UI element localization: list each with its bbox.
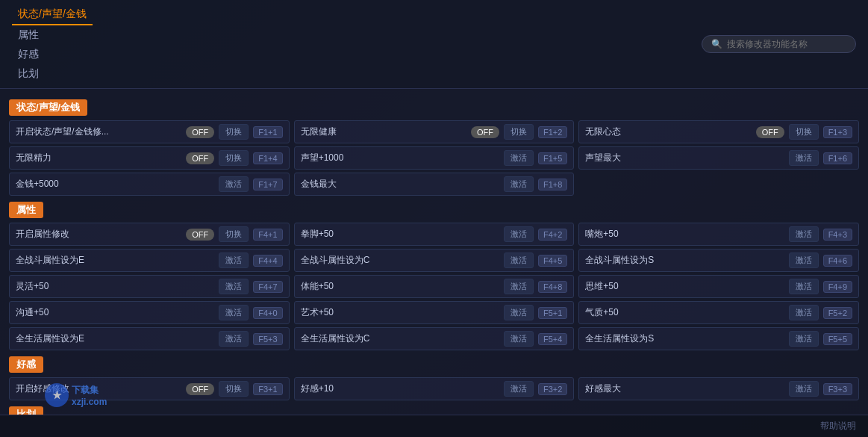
search-input[interactable] [727, 39, 846, 49]
cell: 开启好感修改OFF切换F3+1 [9, 377, 290, 400]
hotkey-badge: F1+1 [253, 126, 282, 138]
cell: 声望+1000激活F1+5 [294, 146, 575, 170]
cell-label: 思维+50 [585, 280, 784, 293]
action-button[interactable]: 激活 [789, 252, 819, 268]
action-button[interactable]: 切换 [504, 124, 534, 140]
hotkey-badge: F4+3 [823, 229, 852, 241]
action-button[interactable]: 切换 [219, 124, 249, 140]
cell: 沟通+50激活F4+0 [9, 301, 290, 324]
action-button[interactable]: 激活 [789, 279, 819, 294]
grid-row: 全生活属性设为E激活F5+3全生活属性设为C激活F5+4全生活属性设为S激活F5… [9, 327, 859, 350]
action-button[interactable]: 激活 [789, 226, 819, 242]
grid-row: 开启状态/声望/金钱修...OFF切换F1+1无限健康OFF切换F1+2无限心态… [9, 120, 859, 143]
cell-label: 全生活属性设为E [16, 332, 214, 345]
action-button[interactable]: 激活 [789, 150, 819, 166]
grid-row: 灵活+50激活F4+7体能+50激活F4+8思维+50激活F4+9 [9, 275, 859, 298]
grid-row: 全战斗属性设为E激活F4+4全战斗属性设为C激活F4+5全战斗属性设为S激活F4… [9, 249, 859, 272]
action-button[interactable]: 激活 [504, 279, 534, 294]
top-navigation: 状态/声望/金钱属性好感比划 🔍 [0, 0, 868, 89]
hotkey-badge: F4+5 [538, 255, 567, 267]
search-icon: 🔍 [711, 39, 722, 49]
cell-label: 气质+50 [585, 306, 784, 319]
cell: 全生活属性设为E激活F5+3 [9, 327, 290, 350]
action-button[interactable]: 激活 [219, 279, 249, 294]
hotkey-badge: F4+7 [253, 281, 282, 293]
action-button[interactable]: 激活 [504, 381, 534, 397]
cell-label: 沟通+50 [16, 306, 214, 319]
cell: 金钱最大激活F1+8 [294, 173, 575, 196]
action-button[interactable]: 激活 [789, 331, 819, 347]
nav-tabs: 状态/声望/金钱属性好感比划 [12, 4, 93, 84]
hotkey-badge: F1+5 [538, 152, 567, 164]
search-box[interactable]: 🔍 [702, 35, 856, 53]
action-button[interactable]: 激活 [504, 150, 534, 166]
cell: 拳脚+50激活F4+2 [294, 223, 575, 246]
toggle-button[interactable]: OFF [186, 229, 214, 241]
footer: 帮助说明 [0, 415, 868, 437]
action-button[interactable]: 激活 [504, 305, 534, 320]
cell-label: 无限精力 [16, 152, 181, 164]
section-header-favor: 好感 [9, 356, 43, 373]
cell-label: 无限心态 [585, 125, 751, 138]
hotkey-badge: F5+1 [538, 307, 567, 319]
action-button[interactable]: 激活 [219, 176, 249, 192]
action-button[interactable]: 激活 [789, 305, 819, 320]
action-button[interactable]: 激活 [789, 381, 819, 397]
cell-label: 体能+50 [301, 280, 499, 293]
action-button[interactable]: 激活 [504, 226, 534, 242]
nav-tab[interactable]: 比划 [12, 64, 93, 84]
hotkey-badge: F1+3 [823, 126, 852, 138]
hotkey-badge: F1+2 [538, 126, 567, 138]
action-button[interactable]: 激活 [504, 176, 534, 192]
action-button[interactable]: 激活 [219, 252, 249, 268]
action-button[interactable]: 切换 [219, 381, 249, 397]
action-button[interactable]: 切换 [219, 226, 249, 242]
cell: 全战斗属性设为E激活F4+4 [9, 249, 290, 272]
nav-tab[interactable]: 好感 [12, 45, 93, 64]
nav-tab[interactable]: 状态/声望/金钱 [12, 4, 93, 25]
action-button[interactable]: 激活 [219, 331, 249, 347]
cell-label: 嘴炮+50 [585, 228, 784, 241]
toggle-button[interactable]: OFF [186, 152, 214, 164]
action-button[interactable]: 切换 [789, 124, 819, 140]
cell: 好感最大激活F3+3 [578, 377, 859, 400]
help-label[interactable]: 帮助说明 [820, 421, 856, 431]
cell: 全生活属性设为C激活F5+4 [294, 327, 575, 350]
action-button[interactable]: 激活 [219, 305, 249, 320]
action-button[interactable]: 激活 [504, 252, 534, 268]
toggle-button[interactable]: OFF [186, 126, 214, 138]
action-button[interactable]: 激活 [504, 331, 534, 347]
cell-label: 开启好感修改 [16, 382, 181, 395]
cell: 全战斗属性设为C激活F4+5 [294, 249, 575, 272]
cell: 无限心态OFF切换F1+3 [578, 120, 859, 143]
cell-label: 灵活+50 [16, 280, 214, 293]
toggle-button[interactable]: OFF [186, 383, 214, 395]
cell-label: 全生活属性设为S [585, 332, 784, 345]
nav-tab[interactable]: 属性 [12, 25, 93, 45]
content-area: 状态/声望/金钱开启状态/声望/金钱修...OFF切换F1+1无限健康OFF切换… [0, 89, 868, 415]
cell-label: 全战斗属性设为C [301, 254, 499, 267]
cell: 灵活+50激活F4+7 [9, 275, 290, 298]
cell-label: 声望+1000 [301, 152, 499, 164]
hotkey-badge: F1+7 [253, 179, 282, 190]
cell-label: 拳脚+50 [301, 228, 499, 241]
cell: 金钱+5000激活F1+7 [9, 173, 290, 196]
toggle-button[interactable]: OFF [756, 126, 784, 138]
action-button[interactable]: 切换 [219, 150, 249, 166]
cell: 全生活属性设为S激活F5+5 [578, 327, 859, 350]
cell: 好感+10激活F3+2 [294, 377, 575, 400]
section-header-attributes: 属性 [9, 202, 43, 218]
hotkey-badge: F4+2 [538, 229, 567, 241]
cell: 思维+50激活F4+9 [578, 275, 859, 298]
cell-label: 艺术+50 [301, 306, 499, 319]
hotkey-badge: F1+8 [538, 179, 567, 190]
cell-label: 全战斗属性设为S [585, 254, 784, 267]
cell: 无限健康OFF切换F1+2 [294, 120, 575, 143]
hotkey-badge: F4+0 [253, 307, 282, 319]
hotkey-badge: F4+9 [823, 281, 852, 293]
cell: 全战斗属性设为S激活F4+6 [578, 249, 859, 272]
hotkey-badge: F3+1 [253, 383, 282, 395]
toggle-button[interactable]: OFF [471, 126, 499, 138]
hotkey-badge: F5+2 [823, 307, 852, 319]
cell: 声望最大激活F1+6 [578, 146, 859, 170]
